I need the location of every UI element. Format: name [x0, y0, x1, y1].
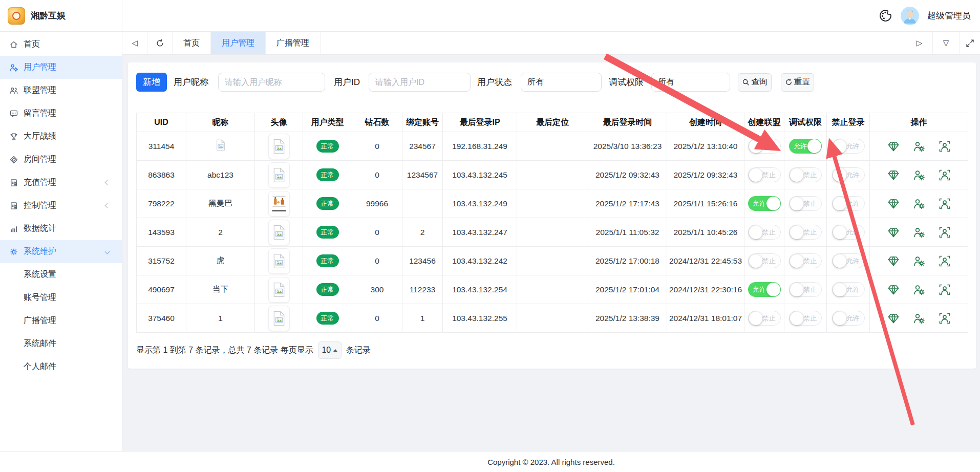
- avatar-thumbnail[interactable]: [268, 248, 290, 274]
- current-user-name[interactable]: 超级管理员: [927, 10, 971, 22]
- user-type-cell: 正常: [303, 161, 352, 189]
- sidebar: 湘黔互娱 首页用户管理联盟管理留言管理大厅战绩房间管理充值管理控制管理数据统计系…: [0, 0, 122, 451]
- create-union-toggle[interactable]: 禁止: [748, 167, 781, 182]
- debug-permission-toggle[interactable]: 禁止: [789, 225, 822, 240]
- toggle-cell: 允许: [784, 132, 827, 161]
- tab-用户管理[interactable]: 用户管理: [211, 32, 266, 54]
- operations-cell: [870, 218, 968, 247]
- give-diamond-button[interactable]: [887, 312, 900, 325]
- sidebar-item-房间管理[interactable]: 房间管理: [0, 148, 122, 171]
- sidebar-item-数据统计[interactable]: 数据统计: [0, 217, 122, 240]
- sidebar-item-账号管理[interactable]: 账号管理: [0, 286, 122, 309]
- toggle-label: 允许: [846, 314, 860, 323]
- user-settings-button[interactable]: [912, 168, 926, 182]
- give-diamond-button[interactable]: [887, 140, 900, 153]
- ban-login-toggle[interactable]: 允许: [832, 311, 865, 326]
- nickname-input[interactable]: [218, 73, 325, 92]
- give-diamond-button[interactable]: [887, 226, 900, 239]
- user-settings-button[interactable]: [912, 283, 926, 296]
- sidebar-item-大厅战绩[interactable]: 大厅战绩: [0, 125, 122, 148]
- tab-options-button[interactable]: ▽: [932, 32, 959, 54]
- give-diamond-button[interactable]: [887, 283, 900, 296]
- sidebar-item-首页[interactable]: 首页: [0, 33, 122, 56]
- give-diamond-button[interactable]: [887, 168, 900, 182]
- debug-permission-toggle[interactable]: 禁止: [789, 253, 822, 268]
- sidebar-item-广播管理[interactable]: 广播管理: [0, 309, 122, 332]
- nav-back-button[interactable]: ◁: [122, 32, 147, 54]
- reset-button[interactable]: 重置: [781, 73, 814, 92]
- bound-account-cell: 112233: [402, 275, 443, 304]
- create-union-toggle[interactable]: 禁止: [748, 225, 781, 240]
- give-diamond-button[interactable]: [887, 254, 900, 268]
- switch-user-button[interactable]: [938, 283, 951, 296]
- switch-user-button[interactable]: [938, 254, 951, 268]
- sidebar-item-系统邮件[interactable]: 系统邮件: [0, 332, 122, 355]
- user-settings-button[interactable]: [912, 254, 926, 268]
- ban-login-toggle[interactable]: 允许: [832, 196, 865, 211]
- create-union-toggle[interactable]: 禁止: [748, 139, 781, 154]
- debug-permission-select[interactable]: 所有: [651, 73, 730, 92]
- ban-login-toggle[interactable]: 允许: [832, 225, 865, 240]
- operations-cell: [870, 304, 968, 333]
- userid-input[interactable]: [369, 73, 471, 92]
- switch-user-button[interactable]: [938, 226, 951, 239]
- sidebar-item-系统设置[interactable]: 系统设置: [0, 263, 122, 286]
- switch-user-button[interactable]: [938, 140, 951, 153]
- user-settings-button[interactable]: [912, 226, 926, 239]
- create-union-toggle[interactable]: 允许: [748, 282, 781, 297]
- avatar-thumbnail[interactable]: [268, 134, 290, 159]
- tab-首页[interactable]: 首页: [173, 32, 211, 54]
- add-user-button[interactable]: 新增: [136, 73, 167, 92]
- toggle-knob: [766, 197, 780, 210]
- toggle-knob: [790, 283, 803, 296]
- ban-login-toggle[interactable]: 允许: [832, 139, 865, 154]
- avatar-thumbnail[interactable]: [268, 191, 290, 217]
- user-status-select[interactable]: 所有: [521, 73, 602, 92]
- debug-permission-toggle[interactable]: 禁止: [789, 196, 822, 211]
- avatar-thumbnail[interactable]: [268, 162, 290, 188]
- sidebar-item-控制管理[interactable]: 控制管理: [0, 194, 122, 217]
- avatar-thumbnail[interactable]: [268, 220, 290, 245]
- user-settings-button[interactable]: [912, 140, 926, 153]
- nav-forward-button[interactable]: ▷: [906, 32, 932, 54]
- debug-permission-toggle[interactable]: 禁止: [789, 282, 822, 297]
- sidebar-item-个人邮件[interactable]: 个人邮件: [0, 355, 122, 378]
- fullscreen-button[interactable]: [959, 32, 980, 54]
- uid-cell: 490697: [137, 275, 186, 304]
- ban-login-toggle[interactable]: 允许: [832, 253, 865, 268]
- last-login-time-cell: 2025/1/2 13:38:39: [588, 304, 667, 333]
- diamonds-cell: 300: [352, 275, 402, 304]
- create-union-toggle[interactable]: 允许: [748, 196, 781, 211]
- sidebar-item-充值管理[interactable]: 充值管理: [0, 171, 122, 194]
- theme-palette-icon[interactable]: [879, 9, 892, 23]
- sidebar-item-系统维护[interactable]: 系统维护: [0, 240, 122, 263]
- switch-user-button[interactable]: [938, 197, 951, 210]
- switch-user-button[interactable]: [938, 168, 951, 182]
- ban-login-toggle[interactable]: 允许: [832, 167, 865, 182]
- ban-login-toggle[interactable]: 允许: [832, 282, 865, 297]
- user-avatar[interactable]: [901, 7, 919, 25]
- users-icon: [9, 86, 18, 95]
- user-settings-button[interactable]: [912, 312, 926, 325]
- user-settings-button[interactable]: [912, 197, 926, 210]
- avatar-thumbnail[interactable]: [268, 277, 290, 303]
- toggle-label: 禁止: [762, 142, 776, 151]
- sidebar-item-用户管理[interactable]: 用户管理: [0, 56, 122, 79]
- sidebar-item-联盟管理[interactable]: 联盟管理: [0, 79, 122, 102]
- debug-permission-toggle[interactable]: 禁止: [789, 311, 822, 326]
- switch-user-button[interactable]: [938, 312, 951, 325]
- give-diamond-button-icon: [887, 140, 900, 153]
- page-size-select[interactable]: 10: [318, 341, 342, 359]
- refresh-button[interactable]: [147, 32, 173, 54]
- user-cog-icon: [9, 63, 18, 72]
- sidebar-item-留言管理[interactable]: 留言管理: [0, 102, 122, 125]
- broken-image-icon: [216, 139, 225, 151]
- search-button[interactable]: 查询: [738, 73, 772, 92]
- create-union-toggle[interactable]: 禁止: [748, 311, 781, 326]
- debug-permission-toggle[interactable]: 禁止: [789, 167, 822, 182]
- give-diamond-button[interactable]: [887, 197, 900, 210]
- debug-permission-toggle[interactable]: 允许: [789, 139, 822, 154]
- avatar-thumbnail[interactable]: [268, 306, 290, 331]
- tab-广播管理[interactable]: 广播管理: [266, 32, 321, 54]
- create-union-toggle[interactable]: 禁止: [748, 253, 781, 268]
